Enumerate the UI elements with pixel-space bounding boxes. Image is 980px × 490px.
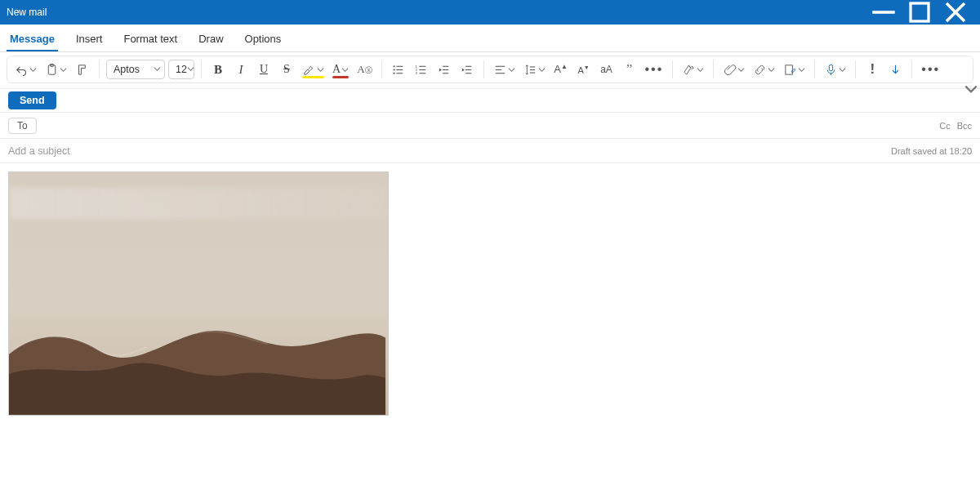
insert-link-button[interactable] bbox=[751, 59, 777, 80]
underline-button[interactable]: U bbox=[254, 59, 274, 80]
font-color-button[interactable]: A bbox=[330, 59, 351, 80]
more-formatting-button[interactable]: ••• bbox=[643, 59, 666, 80]
quote-icon: ” bbox=[626, 61, 633, 78]
bcc-button[interactable]: Bcc bbox=[957, 121, 972, 131]
ribbon-overflow-button[interactable]: ••• bbox=[919, 59, 942, 80]
tab-draw[interactable]: Draw bbox=[195, 28, 226, 51]
decrease-font-button[interactable]: A▼ bbox=[574, 59, 594, 80]
recipients-row: To Cc Bcc bbox=[0, 113, 980, 139]
message-body[interactable] bbox=[0, 163, 980, 424]
maximize-icon bbox=[902, 0, 938, 30]
minimize-button[interactable] bbox=[866, 0, 902, 24]
tab-format-text[interactable]: Format text bbox=[120, 28, 180, 51]
bold-button[interactable]: B bbox=[208, 59, 228, 80]
highlight-color-button[interactable] bbox=[300, 59, 327, 80]
window-title: New mail bbox=[7, 7, 47, 18]
line-spacing-button[interactable] bbox=[521, 59, 548, 80]
send-button[interactable]: Send bbox=[8, 91, 56, 109]
svg-rect-1 bbox=[911, 3, 929, 21]
close-icon bbox=[938, 0, 973, 30]
font-name-select[interactable]: Aptos bbox=[106, 60, 165, 79]
align-button[interactable] bbox=[491, 59, 518, 80]
clear-format-icon: Aⓧ bbox=[357, 63, 372, 76]
tab-message[interactable]: Message bbox=[7, 28, 58, 51]
decrease-indent-button[interactable] bbox=[434, 59, 454, 80]
undo-button[interactable] bbox=[12, 59, 39, 80]
underline-icon: U bbox=[260, 63, 268, 76]
svg-text:3: 3 bbox=[415, 71, 417, 75]
align-icon bbox=[493, 63, 507, 77]
inserted-image[interactable] bbox=[8, 172, 389, 416]
numbering-icon: 123 bbox=[414, 63, 428, 77]
svg-point-7 bbox=[393, 69, 394, 70]
shrink-font-icon: A▼ bbox=[577, 65, 589, 75]
case-icon: aA bbox=[600, 64, 612, 75]
svg-rect-31 bbox=[830, 65, 833, 71]
tab-insert[interactable]: Insert bbox=[73, 28, 106, 51]
signature-icon bbox=[783, 63, 797, 77]
increase-font-button[interactable]: A▲ bbox=[551, 59, 571, 80]
italic-icon: I bbox=[239, 63, 243, 77]
bullets-icon bbox=[391, 63, 405, 77]
ellipsis-icon: ••• bbox=[921, 62, 940, 77]
styles-icon bbox=[682, 63, 696, 77]
chevron-down-icon bbox=[963, 81, 979, 97]
bulleted-list-button[interactable] bbox=[389, 59, 408, 80]
clipboard-icon bbox=[45, 63, 59, 77]
paperclip-icon bbox=[723, 63, 737, 77]
subject-row: Draft saved at 18:20 bbox=[0, 139, 980, 163]
svg-rect-30 bbox=[786, 65, 793, 74]
change-case-button[interactable]: aA bbox=[597, 59, 617, 80]
highlighter-icon bbox=[302, 63, 316, 77]
subject-input[interactable] bbox=[8, 145, 891, 157]
low-importance-button[interactable] bbox=[885, 59, 905, 80]
grow-font-icon: A▲ bbox=[554, 63, 568, 75]
svg-point-8 bbox=[393, 72, 394, 74]
to-field-label[interactable]: To bbox=[8, 118, 37, 134]
maximize-button[interactable] bbox=[902, 0, 938, 24]
bold-icon: B bbox=[214, 63, 222, 77]
font-size-value: 12 bbox=[176, 64, 187, 75]
cc-button[interactable]: Cc bbox=[939, 121, 950, 131]
numbered-list-button[interactable]: 123 bbox=[412, 59, 431, 80]
outdent-icon bbox=[437, 63, 451, 77]
styles-button[interactable] bbox=[679, 59, 706, 80]
image-dunes-decoration bbox=[9, 305, 385, 415]
strikethrough-icon: S bbox=[283, 63, 290, 76]
tab-options[interactable]: Options bbox=[242, 28, 285, 51]
arrow-down-icon bbox=[889, 63, 902, 77]
exclamation-icon: ! bbox=[870, 61, 875, 78]
signature-button[interactable] bbox=[781, 59, 808, 80]
attach-file-button[interactable] bbox=[720, 59, 747, 80]
svg-point-6 bbox=[393, 65, 394, 67]
ribbon-tabs: Message Insert Format text Draw Options bbox=[0, 24, 980, 52]
font-size-select[interactable]: 12 bbox=[168, 60, 194, 79]
format-painter-button[interactable] bbox=[73, 59, 92, 80]
clear-formatting-button[interactable]: Aⓧ bbox=[354, 59, 374, 80]
paste-button[interactable] bbox=[42, 59, 69, 80]
undo-icon bbox=[15, 63, 29, 77]
font-name-value: Aptos bbox=[114, 64, 140, 75]
window-titlebar: New mail bbox=[0, 0, 980, 24]
indent-icon bbox=[460, 63, 474, 77]
image-sky-decoration bbox=[9, 187, 388, 220]
minimize-icon bbox=[866, 0, 902, 30]
close-button[interactable] bbox=[938, 0, 973, 24]
italic-button[interactable]: I bbox=[231, 59, 251, 80]
font-color-icon: A bbox=[332, 63, 341, 76]
dictate-button[interactable] bbox=[822, 59, 849, 80]
paintbrush-icon bbox=[76, 63, 90, 77]
increase-indent-button[interactable] bbox=[457, 59, 477, 80]
ellipsis-icon: ••• bbox=[645, 62, 664, 77]
ribbon-toolbar: Aptos 12 B I U S A Aⓧ 123 A▲ A▼ aA ” •••… bbox=[7, 56, 973, 83]
link-icon bbox=[753, 63, 767, 77]
send-bar: Send bbox=[0, 88, 980, 113]
line-spacing-icon bbox=[523, 63, 537, 77]
ribbon-expand-button[interactable] bbox=[963, 81, 979, 97]
quote-button[interactable]: ” bbox=[620, 59, 639, 80]
draft-status: Draft saved at 18:20 bbox=[891, 146, 972, 156]
high-importance-button[interactable]: ! bbox=[862, 59, 882, 80]
microphone-icon bbox=[824, 63, 838, 77]
strikethrough-button[interactable]: S bbox=[277, 59, 296, 80]
